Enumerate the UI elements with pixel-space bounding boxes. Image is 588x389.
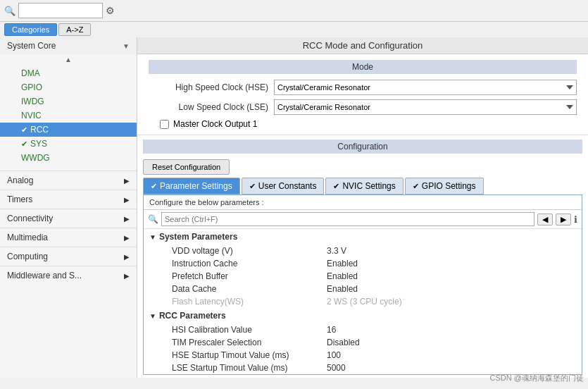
param-row-hse-timeout: HSE Startup Timout Value (ms) 100 — [144, 349, 582, 362]
sidebar-item-nvic[interactable]: NVIC — [0, 109, 137, 123]
param-value: Disabled — [327, 338, 360, 347]
sidebar-group-system-core[interactable]: System Core ▼ — [0, 37, 137, 54]
category-tabs: Categories A->Z — [0, 22, 588, 37]
params-search-bar: 🔍 ◀ ▶ ℹ — [144, 210, 582, 229]
master-clock-row: Master Clock Output 1 — [149, 119, 577, 129]
tab-nvic-settings[interactable]: ✔ NVIC Settings — [325, 178, 403, 194]
check-icon: ✔ — [21, 125, 27, 135]
item-label: WWDG — [21, 153, 50, 163]
tab-check-icon: ✔ — [333, 182, 339, 191]
timers-label: Timers — [7, 194, 32, 204]
param-name: Instruction Cache — [172, 259, 327, 268]
chevron-right-icon: ▶ — [124, 272, 130, 280]
param-value: Enabled — [327, 284, 358, 294]
item-label: DMA — [21, 68, 40, 78]
sidebar-item-wwdg[interactable]: WWDG — [0, 151, 137, 165]
mode-section: Mode High Speed Clock (HSE) Crystal/Cera… — [137, 54, 588, 135]
hse-select[interactable]: Crystal/Ceramic Resonator — [274, 80, 577, 95]
config-tabs: ✔ Parameter Settings ✔ User Constants ✔ … — [143, 178, 582, 194]
param-value: 100 — [327, 350, 341, 360]
item-label: SYS — [30, 139, 47, 149]
tab-check-icon: ✔ — [413, 182, 419, 191]
collapse-icon: ▼ — [149, 233, 156, 241]
sidebar-cat-analog[interactable]: Analog ▶ — [0, 171, 137, 190]
system-params-group: ▼ System Parameters — [144, 229, 582, 245]
param-value: Enabled — [327, 271, 358, 281]
mode-header: Mode — [149, 60, 577, 74]
item-label: GPIO — [21, 82, 42, 92]
tab-user-constants[interactable]: ✔ User Constants — [242, 178, 325, 194]
sidebar-items: DMA GPIO IWDG NVIC ✔ RCC — [0, 65, 137, 166]
item-label: NVIC — [21, 111, 42, 121]
hse-label: High Speed Clock (HSE) — [149, 82, 268, 92]
params-search-input[interactable] — [161, 212, 534, 226]
master-clock-checkbox[interactable] — [160, 120, 169, 129]
top-search-input[interactable] — [18, 3, 103, 18]
chevron-right-icon: ▶ — [124, 253, 130, 261]
param-name: HSE Startup Timout Value (ms) — [172, 350, 327, 360]
sidebar-group-label: System Core — [7, 41, 56, 51]
sidebar: System Core ▼ ▲ DMA GPIO IWDG NVIC — [0, 37, 137, 378]
sidebar-cat-middleware[interactable]: Middleware and S... ▶ — [0, 266, 137, 285]
middleware-label: Middleware and S... — [7, 271, 82, 280]
sidebar-cat-computing[interactable]: Computing ▶ — [0, 247, 137, 266]
lse-select[interactable]: Crystal/Ceramic Resonator — [274, 99, 577, 115]
param-row-hsi: HSI Calibration Value 16 — [144, 323, 582, 336]
tab-check-icon: ✔ — [151, 182, 157, 191]
tab-categories[interactable]: Categories — [4, 23, 57, 36]
lse-row: Low Speed Clock (LSE) Crystal/Ceramic Re… — [149, 99, 577, 115]
param-name: Flash Latency(WS) — [172, 297, 327, 307]
param-value: 16 — [327, 325, 336, 335]
sidebar-item-gpio[interactable]: GPIO — [0, 80, 137, 94]
collapse-arrow-icon: ▼ — [123, 42, 130, 50]
top-bar: 🔍 ⚙ — [0, 0, 588, 22]
watermark: CSDN @魂纳海森堡的门徒 — [490, 373, 584, 383]
check-icon: ✔ — [21, 140, 27, 149]
sidebar-item-dma[interactable]: DMA — [0, 66, 137, 80]
sidebar-cat-timers[interactable]: Timers ▶ — [0, 190, 137, 209]
tab-gpio-settings[interactable]: ✔ GPIO Settings — [405, 178, 484, 194]
params-next-button[interactable]: ▶ — [556, 214, 571, 226]
param-row-vdd: VDD voltage (V) 3.3 V — [144, 245, 582, 257]
rcc-params-group: ▼ RCC Parameters — [144, 308, 582, 323]
chevron-right-icon: ▶ — [124, 177, 130, 185]
param-name: Data Cache — [172, 284, 327, 294]
param-name: TIM Prescaler Selection — [172, 338, 327, 347]
search-icon: 🔍 — [4, 6, 15, 16]
param-name: VDD voltage (V) — [172, 246, 327, 256]
params-prev-button[interactable]: ◀ — [537, 214, 553, 226]
sidebar-item-sys[interactable]: ✔ SYS — [0, 137, 137, 151]
item-label: IWDG — [21, 97, 44, 106]
right-panel: RCC Mode and Configuration Mode High Spe… — [137, 37, 588, 378]
sidebar-item-iwdg[interactable]: IWDG — [0, 94, 137, 109]
tab-label: NVIC Settings — [342, 181, 395, 191]
multimedia-label: Multimedia — [7, 233, 48, 242]
gear-icon[interactable]: ⚙ — [106, 5, 115, 16]
sidebar-cat-connectivity[interactable]: Connectivity ▶ — [0, 209, 137, 228]
analog-label: Analog — [7, 175, 33, 185]
param-row-tim: TIM Prescaler Selection Disabled — [144, 336, 582, 349]
reset-config-button[interactable]: Reset Configuration — [143, 159, 230, 175]
config-header: Configuration — [143, 140, 582, 154]
tab-parameter-settings[interactable]: ✔ Parameter Settings — [143, 178, 240, 194]
param-name: Prefetch Buffer — [172, 271, 327, 281]
connectivity-label: Connectivity — [7, 214, 53, 223]
hse-row: High Speed Clock (HSE) Crystal/Ceramic R… — [149, 80, 577, 95]
sidebar-item-rcc[interactable]: ✔ RCC — [0, 123, 137, 137]
config-section: Configuration Reset Configuration ✔ Para… — [137, 135, 588, 378]
param-row-dcache: Data Cache Enabled — [144, 283, 582, 295]
param-name: HSI Calibration Value — [172, 325, 327, 335]
tab-label: User Constants — [258, 181, 317, 191]
collapse-icon: ▼ — [149, 312, 156, 320]
param-row-icache: Instruction Cache Enabled — [144, 257, 582, 270]
master-clock-label: Master Clock Output 1 — [173, 119, 257, 129]
sidebar-cat-multimedia[interactable]: Multimedia ▶ — [0, 228, 137, 247]
tab-atoz[interactable]: A->Z — [58, 23, 91, 36]
panel-title: RCC Mode and Configuration — [137, 37, 588, 54]
param-name: LSE Startup Timout Value (ms) — [172, 363, 327, 373]
chevron-right-icon: ▶ — [124, 215, 130, 223]
params-scroll[interactable]: ▼ System Parameters VDD voltage (V) 3.3 … — [144, 229, 582, 374]
item-label: RCC — [30, 125, 49, 135]
chevron-right-icon: ▶ — [124, 196, 130, 204]
computing-label: Computing — [7, 252, 48, 261]
